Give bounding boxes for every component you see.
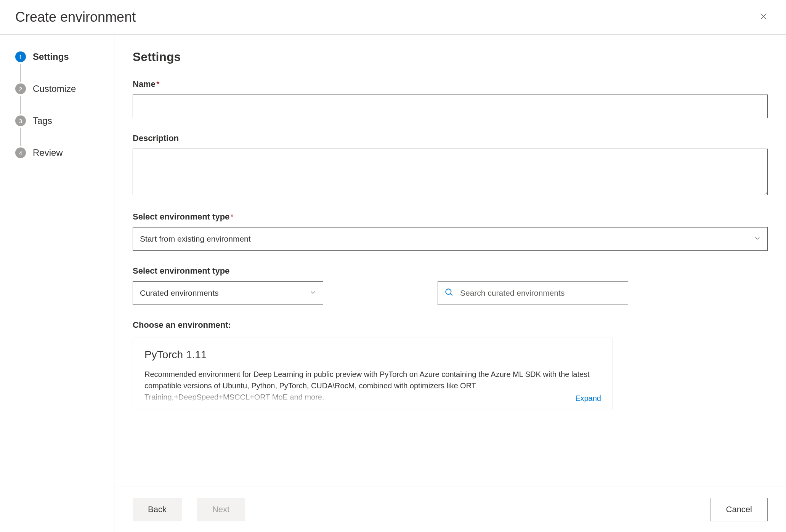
step-connector <box>20 128 21 146</box>
page-heading: Settings <box>133 50 768 64</box>
field-env-filter: Select environment type Curated environm… <box>133 266 768 305</box>
step-tags[interactable]: 3 Tags <box>15 115 106 147</box>
env-filter-select[interactable]: Curated environments <box>133 281 323 305</box>
env-type-label-text: Select environment type <box>133 212 229 221</box>
close-icon <box>759 12 768 21</box>
env-type-value: Start from existing environment <box>140 234 251 244</box>
field-choose-env: Choose an environment: PyTorch 1.11 Reco… <box>133 320 768 410</box>
required-asterisk: * <box>156 79 160 89</box>
back-button[interactable]: Back <box>133 498 182 521</box>
step-review[interactable]: 4 Review <box>15 147 106 158</box>
env-card[interactable]: PyTorch 1.11 Recommended environment for… <box>133 338 613 410</box>
wizard-stepper: 1 Settings 2 Customize 3 Tags 4 Review <box>0 35 114 532</box>
env-filter-value: Curated environments <box>140 288 219 298</box>
search-icon <box>444 287 454 299</box>
env-type-select[interactable]: Start from existing environment <box>133 227 768 251</box>
required-asterisk: * <box>230 212 234 221</box>
step-label: Settings <box>33 51 69 62</box>
svg-point-0 <box>446 289 451 294</box>
step-label: Tags <box>33 115 52 126</box>
wizard-footer: Back Next Cancel <box>114 487 786 532</box>
step-label: Review <box>33 147 63 158</box>
expand-link[interactable]: Expand <box>571 394 601 403</box>
env-filter-select-wrap: Curated environments <box>133 281 323 305</box>
cancel-button[interactable]: Cancel <box>711 498 768 521</box>
step-badge: 2 <box>15 83 26 94</box>
dialog-title: Create environment <box>15 9 136 25</box>
step-connector <box>20 64 21 82</box>
field-name: Name* <box>133 79 768 118</box>
step-badge: 3 <box>15 115 26 126</box>
description-textarea[interactable] <box>133 149 768 195</box>
env-search-wrap <box>438 281 628 305</box>
step-badge: 4 <box>15 147 26 158</box>
env-card-description: Recommended environment for Deep Learnin… <box>144 369 601 403</box>
env-card-title: PyTorch 1.11 <box>144 349 601 361</box>
step-settings[interactable]: 1 Settings <box>15 51 106 83</box>
step-customize[interactable]: 2 Customize <box>15 83 106 115</box>
env-type-select-wrap: Start from existing environment <box>133 227 768 251</box>
name-label: Name* <box>133 79 768 89</box>
env-type-label: Select environment type* <box>133 212 768 222</box>
choose-env-label: Choose an environment: <box>133 320 768 330</box>
step-label: Customize <box>33 83 76 94</box>
next-button[interactable]: Next <box>197 498 245 521</box>
step-connector <box>20 96 21 114</box>
field-env-type: Select environment type* Start from exis… <box>133 212 768 251</box>
name-input[interactable] <box>133 95 768 118</box>
field-description: Description <box>133 133 768 197</box>
step-badge: 1 <box>15 51 26 62</box>
dialog-header: Create environment <box>0 0 786 35</box>
name-label-text: Name <box>133 79 156 89</box>
close-button[interactable] <box>756 9 771 25</box>
description-label: Description <box>133 133 768 143</box>
env-search-input[interactable] <box>459 288 622 298</box>
env-filter-label: Select environment type <box>133 266 323 276</box>
